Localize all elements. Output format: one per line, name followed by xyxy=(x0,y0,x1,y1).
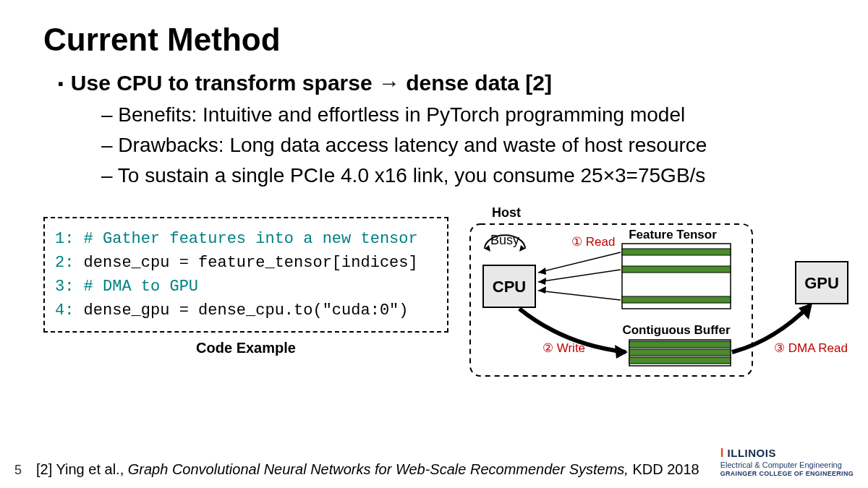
code-line-1: # Gather features into a new tensor xyxy=(84,230,418,248)
contig-label: Contiguous Buffer xyxy=(622,323,731,337)
logo-bot: GRAINGER COLLEGE OF ENGINEERING xyxy=(720,470,854,478)
step3-label: ③ DMA Read xyxy=(774,341,848,355)
svg-rect-7 xyxy=(622,296,731,303)
code-caption: Code Example xyxy=(43,340,448,356)
step1-label: ① Read xyxy=(571,235,615,249)
footer: 5 [2] Ying et al., Graph Convolutional N… xyxy=(0,446,868,478)
svg-rect-17 xyxy=(629,357,731,364)
host-label: Host xyxy=(492,205,521,220)
logo-top: ILLINOIS xyxy=(728,447,776,459)
code-line-2: dense_cpu = feature_tensor[indices] xyxy=(84,254,418,272)
svg-marker-9 xyxy=(538,267,546,275)
svg-rect-5 xyxy=(622,249,731,255)
cpu-label: CPU xyxy=(493,278,526,296)
diagram-svg: Host CPU Busy Feature Tensor xyxy=(463,204,868,385)
citation: [2] Ying et al., Graph Convolutional Neu… xyxy=(36,461,706,478)
svg-line-10 xyxy=(538,270,621,282)
step2-label: ② Write xyxy=(542,341,585,355)
code-line-3: # DMA to GPU xyxy=(84,278,198,296)
feature-tensor-label: Feature Tensor xyxy=(629,228,717,241)
svg-rect-16 xyxy=(629,349,731,356)
sub-bullet-drawbacks: Drawbacks: Long data access latency and … xyxy=(101,130,825,160)
gpu-label: GPU xyxy=(804,274,839,292)
slide: Current Method Use CPU to transform spar… xyxy=(0,0,868,388)
citation-prefix: [2] Ying et al., xyxy=(36,461,128,477)
svg-marker-18 xyxy=(615,345,628,359)
sub-bullet-pcie: To sustain a single PCIe 4.0 x16 link, y… xyxy=(101,160,825,191)
slide-title: Current Method xyxy=(43,22,825,58)
svg-rect-6 xyxy=(622,266,731,273)
svg-marker-13 xyxy=(538,286,546,294)
citation-suffix: KDD 2018 xyxy=(629,461,699,477)
illinois-logo: I ILLINOIS Electrical & Computer Enginee… xyxy=(720,446,854,478)
code-line-4: dense_gpu = dense_cpu.to("cuda:0") xyxy=(84,301,409,320)
citation-title: Graph Convolutional Neural Networks for … xyxy=(128,461,629,477)
main-bullet: Use CPU to transform sparse → dense data… xyxy=(58,71,825,95)
logo-mid: Electrical & Computer Engineering xyxy=(720,461,854,470)
page-number: 5 xyxy=(14,463,22,478)
lower-row: 1: # Gather features into a new tensor 2… xyxy=(43,204,825,388)
svg-line-8 xyxy=(538,252,621,273)
svg-line-12 xyxy=(538,291,621,300)
diagram: Host CPU Busy Feature Tensor xyxy=(463,204,868,388)
sub-bullet-benefits: Benefits: Intuitive and effortless in Py… xyxy=(101,100,825,130)
svg-rect-15 xyxy=(629,341,731,348)
code-box: 1: # Gather features into a new tensor 2… xyxy=(43,217,448,333)
code-column: 1: # Gather features into a new tensor 2… xyxy=(43,204,448,388)
